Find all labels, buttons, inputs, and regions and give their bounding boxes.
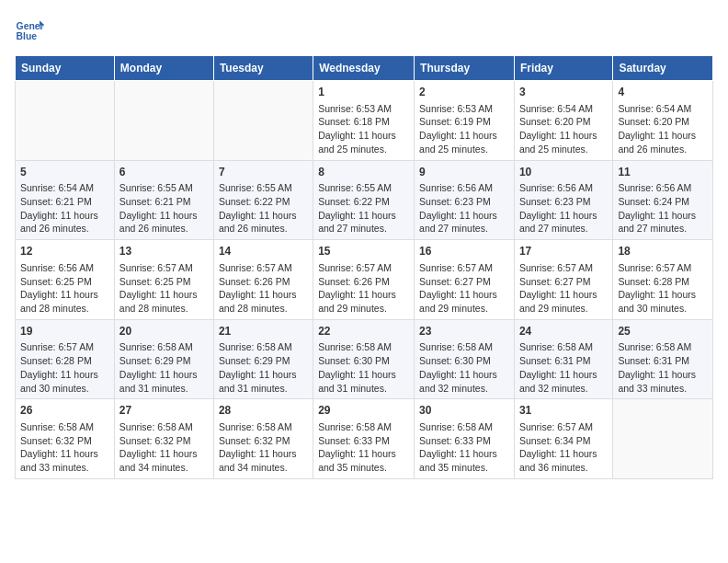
day-number: 20 [119,324,209,339]
day-number: 7 [219,165,308,180]
day-info: Sunrise: 6:54 AM Sunset: 6:20 PM Dayligh… [618,102,708,156]
calendar-cell: 30Sunrise: 6:58 AM Sunset: 6:33 PM Dayli… [415,399,515,479]
calendar-cell: 13Sunrise: 6:57 AM Sunset: 6:25 PM Dayli… [114,240,213,320]
day-info: Sunrise: 6:55 AM Sunset: 6:22 PM Dayligh… [318,181,409,236]
calendar-cell [613,399,713,479]
day-number: 31 [519,403,608,419]
calendar-week-row: 26Sunrise: 6:58 AM Sunset: 6:32 PM Dayli… [16,399,713,479]
day-number: 8 [318,165,409,180]
day-info: Sunrise: 6:58 AM Sunset: 6:33 PM Dayligh… [419,420,509,475]
day-number: 22 [318,324,409,339]
calendar-cell: 12Sunrise: 6:56 AM Sunset: 6:25 PM Dayli… [16,240,115,320]
day-info: Sunrise: 6:58 AM Sunset: 6:29 PM Dayligh… [119,340,209,395]
svg-text:Blue: Blue [17,31,38,41]
day-info: Sunrise: 6:58 AM Sunset: 6:32 PM Dayligh… [20,420,109,475]
day-info: Sunrise: 6:56 AM Sunset: 6:25 PM Dayligh… [20,261,109,316]
day-number: 16 [419,244,509,259]
day-number: 29 [318,403,409,419]
day-info: Sunrise: 6:58 AM Sunset: 6:29 PM Dayligh… [219,340,308,395]
calendar-cell: 7Sunrise: 6:55 AM Sunset: 6:22 PM Daylig… [213,160,313,240]
calendar-cell: 24Sunrise: 6:58 AM Sunset: 6:31 PM Dayli… [514,319,612,399]
day-number: 21 [219,324,308,339]
day-header-wednesday: Wednesday [313,56,415,81]
calendar-cell: 15Sunrise: 6:57 AM Sunset: 6:26 PM Dayli… [313,240,415,320]
day-header-sunday: Sunday [16,56,115,81]
day-header-thursday: Thursday [415,56,515,81]
day-info: Sunrise: 6:58 AM Sunset: 6:32 PM Dayligh… [219,420,308,475]
calendar-week-row: 12Sunrise: 6:56 AM Sunset: 6:25 PM Dayli… [16,240,713,320]
calendar-cell: 16Sunrise: 6:57 AM Sunset: 6:27 PM Dayli… [415,240,515,320]
day-number: 26 [20,403,109,419]
calendar-cell: 22Sunrise: 6:58 AM Sunset: 6:30 PM Dayli… [313,319,415,399]
calendar-cell: 10Sunrise: 6:56 AM Sunset: 6:23 PM Dayli… [514,160,612,240]
day-number: 23 [419,324,509,339]
calendar-cell [213,81,313,161]
day-info: Sunrise: 6:57 AM Sunset: 6:28 PM Dayligh… [618,261,708,316]
day-info: Sunrise: 6:54 AM Sunset: 6:20 PM Dayligh… [519,102,608,156]
day-number: 28 [219,403,308,419]
calendar-cell: 28Sunrise: 6:58 AM Sunset: 6:32 PM Dayli… [213,399,313,479]
day-info: Sunrise: 6:58 AM Sunset: 6:30 PM Dayligh… [318,340,409,395]
calendar-cell: 3Sunrise: 6:54 AM Sunset: 6:20 PM Daylig… [514,81,612,161]
day-number: 18 [618,244,708,259]
calendar-cell: 5Sunrise: 6:54 AM Sunset: 6:21 PM Daylig… [16,160,115,240]
day-info: Sunrise: 6:58 AM Sunset: 6:31 PM Dayligh… [618,340,708,395]
day-number: 6 [119,165,209,180]
day-info: Sunrise: 6:54 AM Sunset: 6:21 PM Dayligh… [20,181,109,236]
day-info: Sunrise: 6:57 AM Sunset: 6:26 PM Dayligh… [318,261,409,316]
calendar-cell: 31Sunrise: 6:57 AM Sunset: 6:34 PM Dayli… [514,399,612,479]
calendar-cell: 2Sunrise: 6:53 AM Sunset: 6:19 PM Daylig… [415,81,515,161]
day-number: 9 [419,165,509,180]
day-number: 13 [119,244,209,259]
calendar-week-row: 5Sunrise: 6:54 AM Sunset: 6:21 PM Daylig… [16,160,713,240]
calendar-cell: 23Sunrise: 6:58 AM Sunset: 6:30 PM Dayli… [415,319,515,399]
day-number: 4 [618,85,708,100]
day-number: 12 [20,244,109,259]
calendar-cell: 21Sunrise: 6:58 AM Sunset: 6:29 PM Dayli… [213,319,313,399]
day-number: 19 [20,324,109,339]
calendar-cell: 14Sunrise: 6:57 AM Sunset: 6:26 PM Dayli… [213,240,313,320]
calendar-cell: 17Sunrise: 6:57 AM Sunset: 6:27 PM Dayli… [514,240,612,320]
calendar-cell: 9Sunrise: 6:56 AM Sunset: 6:23 PM Daylig… [415,160,515,240]
day-info: Sunrise: 6:56 AM Sunset: 6:24 PM Dayligh… [618,181,708,236]
day-info: Sunrise: 6:58 AM Sunset: 6:33 PM Dayligh… [318,420,409,475]
day-number: 5 [20,165,109,180]
calendar-cell [114,81,213,161]
day-number: 24 [519,324,608,339]
day-number: 11 [618,165,708,180]
day-info: Sunrise: 6:55 AM Sunset: 6:21 PM Dayligh… [119,181,209,236]
day-info: Sunrise: 6:55 AM Sunset: 6:22 PM Dayligh… [219,181,308,236]
day-info: Sunrise: 6:53 AM Sunset: 6:18 PM Dayligh… [318,102,409,156]
calendar-cell: 29Sunrise: 6:58 AM Sunset: 6:33 PM Dayli… [313,399,415,479]
day-info: Sunrise: 6:57 AM Sunset: 6:27 PM Dayligh… [419,261,509,316]
calendar-cell: 8Sunrise: 6:55 AM Sunset: 6:22 PM Daylig… [313,160,415,240]
logo-icon: General Blue [15,15,44,44]
page-header: General Blue [15,15,713,44]
day-header-monday: Monday [114,56,213,81]
calendar-week-row: 19Sunrise: 6:57 AM Sunset: 6:28 PM Dayli… [16,319,713,399]
calendar-table: SundayMondayTuesdayWednesdayThursdayFrid… [15,55,713,479]
calendar-cell: 1Sunrise: 6:53 AM Sunset: 6:18 PM Daylig… [313,81,415,161]
day-info: Sunrise: 6:57 AM Sunset: 6:25 PM Dayligh… [119,261,209,316]
calendar-cell: 18Sunrise: 6:57 AM Sunset: 6:28 PM Dayli… [613,240,713,320]
day-number: 10 [519,165,608,180]
calendar-cell [16,81,115,161]
day-info: Sunrise: 6:53 AM Sunset: 6:19 PM Dayligh… [419,102,509,156]
day-info: Sunrise: 6:57 AM Sunset: 6:26 PM Dayligh… [219,261,308,316]
day-number: 30 [419,403,509,419]
calendar-header-row: SundayMondayTuesdayWednesdayThursdayFrid… [16,56,713,81]
calendar-cell: 27Sunrise: 6:58 AM Sunset: 6:32 PM Dayli… [114,399,213,479]
day-number: 25 [618,324,708,339]
day-number: 17 [519,244,608,259]
day-header-tuesday: Tuesday [213,56,313,81]
day-info: Sunrise: 6:57 AM Sunset: 6:28 PM Dayligh… [20,340,109,395]
day-info: Sunrise: 6:58 AM Sunset: 6:31 PM Dayligh… [519,340,608,395]
day-info: Sunrise: 6:58 AM Sunset: 6:32 PM Dayligh… [119,420,209,475]
calendar-cell: 20Sunrise: 6:58 AM Sunset: 6:29 PM Dayli… [114,319,213,399]
calendar-cell: 26Sunrise: 6:58 AM Sunset: 6:32 PM Dayli… [16,399,115,479]
day-number: 27 [119,403,209,419]
day-number: 3 [519,85,608,100]
day-number: 2 [419,85,509,100]
calendar-cell: 19Sunrise: 6:57 AM Sunset: 6:28 PM Dayli… [16,319,115,399]
logo: General Blue [15,15,48,44]
